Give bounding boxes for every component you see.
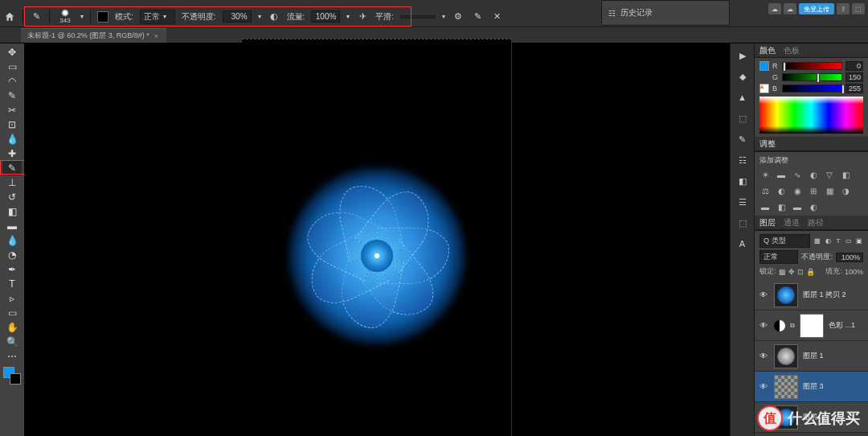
airbrush-icon[interactable]: ✈	[356, 10, 369, 23]
filter-shape-icon[interactable]: ▭	[845, 237, 853, 245]
paths-tab[interactable]: 路径	[808, 217, 824, 228]
channels-tab[interactable]: 通道	[784, 217, 800, 228]
color-lookup-icon[interactable]: ▦	[824, 185, 835, 196]
posterize-icon[interactable]: ▬	[760, 201, 771, 212]
lasso-tool[interactable]: ◠	[2, 74, 22, 88]
styles-icon[interactable]: ⬚	[735, 111, 750, 125]
export-icon[interactable]: ⬚	[852, 3, 865, 14]
photo-filter-icon[interactable]: ◉	[792, 185, 803, 196]
exposure-icon[interactable]: ◐	[808, 169, 819, 180]
pressure-opacity-icon[interactable]: ◐	[268, 10, 280, 23]
layer-thumbnail[interactable]	[774, 375, 798, 399]
swatch-icon[interactable]: ◆	[735, 69, 750, 84]
swatches-tab[interactable]: 色板	[784, 45, 800, 56]
cloud-sync-icon[interactable]: ☁	[784, 3, 796, 14]
layers-strip-icon[interactable]: ◧	[735, 174, 750, 188]
filter-pixel-icon[interactable]: ▩	[813, 237, 821, 245]
color-swatches[interactable]	[3, 367, 21, 385]
history-brush-tool[interactable]: ↺	[2, 190, 22, 204]
adjustments-icon[interactable]: ▲	[735, 90, 750, 105]
visibility-toggle-icon[interactable]: 👁	[758, 351, 769, 362]
brush-preset-picker[interactable]: 343	[56, 8, 74, 26]
dropdown-caret-icon[interactable]: ▾	[442, 13, 445, 20]
history-panel-tab[interactable]: ☷ 历史记录	[601, 0, 730, 26]
cloud-icon[interactable]: ☁	[768, 3, 781, 14]
layer-name[interactable]: 图层 3	[803, 381, 865, 392]
options-icon[interactable]: ☷	[735, 153, 750, 167]
layer-opacity-input[interactable]: 100%	[836, 253, 863, 262]
green-slider[interactable]	[782, 73, 842, 81]
share-icon[interactable]: ⇪	[837, 3, 850, 14]
vibrance-icon[interactable]: ▽	[824, 169, 835, 180]
layer-row[interactable]: 👁图层 1 拷贝 2	[755, 280, 868, 311]
hand-tool[interactable]: ✋	[2, 320, 22, 335]
layer-thumbnail[interactable]	[774, 344, 798, 368]
color-balance-icon[interactable]: ⚖	[760, 185, 771, 196]
filter-smart-icon[interactable]: ▣	[855, 237, 863, 245]
layer-row[interactable]: 👁图层 3	[755, 372, 868, 402]
color-spectrum[interactable]	[760, 97, 863, 134]
lock-pixels-icon[interactable]: ▩	[779, 268, 786, 276]
layer-name[interactable]: 图层 1 拷贝 2	[803, 290, 865, 300]
edit-toolbar[interactable]: ⋯	[2, 349, 22, 364]
blue-value[interactable]: 255	[845, 84, 863, 93]
crop-tool[interactable]: ✂	[2, 103, 22, 117]
brush-tool[interactable]: ✎	[2, 161, 22, 175]
layer-filter-dropdown[interactable]: Q 类型	[760, 234, 810, 248]
filter-type-icon[interactable]: T	[834, 237, 842, 245]
text-a-icon[interactable]: A	[735, 237, 750, 251]
dodge-tool[interactable]: ◔	[2, 248, 22, 262]
layer-thumbnail[interactable]	[774, 283, 798, 307]
symmetry-icon[interactable]: ✕	[490, 10, 503, 23]
background-color-swatch[interactable]	[10, 373, 21, 385]
red-value[interactable]: 0	[845, 61, 863, 71]
home-icon[interactable]	[3, 10, 16, 23]
red-slider[interactable]	[782, 62, 842, 70]
selective-color-icon[interactable]: ◐	[808, 201, 819, 212]
flow-input[interactable]: 100%	[311, 10, 340, 23]
fill-input[interactable]: 100%	[845, 268, 863, 276]
shape-tool[interactable]: ▭	[2, 306, 22, 320]
smoothing-input[interactable]	[400, 15, 436, 19]
dropdown-caret-icon[interactable]: ▾	[80, 13, 84, 20]
hue-sat-icon[interactable]: ◧	[840, 169, 851, 180]
opacity-input[interactable]: 30%	[223, 10, 252, 23]
channels-icon[interactable]: ☰	[735, 195, 750, 209]
eraser-tool[interactable]: ◧	[2, 204, 22, 219]
blend-mode-dropdown[interactable]: 正常	[760, 250, 798, 264]
marquee-tool[interactable]: ▭	[2, 60, 22, 74]
frame-tool[interactable]: ⊡	[2, 117, 22, 132]
pressure-size-icon[interactable]: ✎	[471, 10, 484, 23]
move-tool[interactable]: ✥	[2, 45, 22, 60]
document-canvas[interactable]	[242, 39, 512, 436]
invert-icon[interactable]: ◑	[840, 185, 851, 196]
lock-artboard-icon[interactable]: ⊡	[797, 268, 804, 276]
layers-tab[interactable]: 图层	[760, 217, 776, 228]
threshold-icon[interactable]: ◧	[776, 201, 787, 212]
blue-slider[interactable]	[782, 84, 842, 93]
gradient-map-icon[interactable]: ▬	[792, 201, 803, 212]
lock-position-icon[interactable]: ✥	[788, 268, 795, 276]
layer-row[interactable]: 👁图层 1	[755, 341, 868, 372]
gradient-tool[interactable]: ▬	[2, 219, 22, 233]
paths-strip-icon[interactable]: ⬚	[735, 216, 750, 230]
quick-select-tool[interactable]: ✎	[2, 88, 22, 103]
visibility-toggle-icon[interactable]: 👁	[758, 381, 769, 393]
dropdown-caret-icon[interactable]: ▾	[258, 13, 261, 20]
layer-name[interactable]: 色彩 ...1	[829, 320, 865, 331]
pen-tool[interactable]: ✒	[2, 262, 22, 277]
curves-icon[interactable]: ∿	[792, 169, 803, 180]
type-tool[interactable]: T	[2, 277, 22, 291]
blend-mode-dropdown[interactable]: 正常▾	[140, 10, 175, 24]
layer-row[interactable]: 👁⧉色彩 ...1	[755, 311, 868, 341]
path-select-tool[interactable]: ▹	[2, 291, 22, 306]
bw-icon[interactable]: ◐	[776, 185, 787, 196]
brushes-icon[interactable]: ✎	[735, 132, 750, 146]
canvas-area[interactable]	[24, 43, 730, 436]
eyedropper-tool[interactable]: 💧	[2, 132, 22, 146]
color-tab[interactable]: 颜色	[760, 45, 776, 56]
play-icon[interactable]: ▶	[735, 48, 750, 63]
cloud-upload-button[interactable]: 免登上传	[799, 3, 834, 14]
brightness-icon[interactable]: ☀	[760, 169, 771, 180]
levels-icon[interactable]: ▬	[776, 169, 787, 180]
